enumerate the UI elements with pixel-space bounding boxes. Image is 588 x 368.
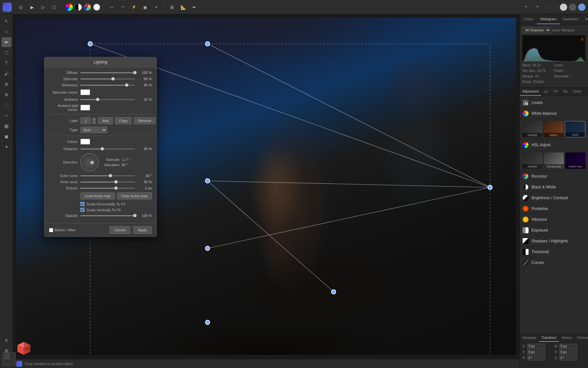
hsl-thumb-desat[interactable]: Desaturate [544, 152, 564, 169]
texture-slider[interactable] [80, 188, 135, 189]
specular-slider[interactable] [80, 79, 135, 79]
adj-tab-sty[interactable]: Sty [560, 88, 570, 96]
text-tool[interactable]: A [2, 335, 11, 345]
adj-item-shadows[interactable]: Shadows / Highlights [520, 236, 588, 247]
light-up-btn[interactable]: ▲ [92, 118, 96, 121]
move-tool[interactable]: ↖ [2, 16, 11, 26]
hsl-thumb-invhue[interactable]: Invert Hue [565, 152, 585, 169]
white-circle-btn[interactable] [93, 4, 100, 11]
type-tool[interactable]: T [2, 58, 11, 68]
stamp-tool[interactable]: ⊕ [2, 79, 11, 89]
before-after-checkbox[interactable] [49, 228, 53, 232]
wb-thumb-cool[interactable]: Cool [565, 121, 585, 137]
adj-item-brightness[interactable]: Brightness / Contrast [520, 193, 588, 203]
y-input[interactable] [527, 350, 545, 355]
add-light-btn[interactable]: Add [98, 117, 113, 124]
tab-colour[interactable]: Colour [520, 14, 537, 24]
scale-h-checkbox[interactable] [80, 202, 85, 206]
tab-brushes[interactable]: Brushes [582, 14, 588, 24]
load-bump-map-btn[interactable]: Load bump map [80, 192, 115, 200]
shape-tool[interactable]: ⬡ [2, 48, 11, 58]
circle-btn-white[interactable] [560, 4, 567, 11]
adj-item-threshold[interactable]: Threshold [520, 247, 588, 257]
light-number-input[interactable] [80, 117, 91, 124]
dropdown-btn[interactable]: ▾ [152, 3, 161, 12]
ruler-btn[interactable]: 📐 [179, 3, 188, 12]
magic-wand-btn[interactable]: ⚡ [129, 3, 139, 12]
tab-channels[interactable]: Channels [574, 334, 588, 342]
tab-history[interactable]: History [559, 334, 574, 342]
color-pick-tool[interactable]: ✦ [2, 142, 11, 152]
retouch-tool[interactable]: ◌ [2, 100, 11, 110]
cancel-btn[interactable]: Cancel [109, 226, 130, 234]
tab-navigator[interactable]: Navigator [520, 334, 539, 342]
play-btn[interactable]: ▷ [39, 3, 48, 12]
circle-btn-2[interactable] [569, 4, 576, 11]
bw-circle-btn[interactable] [75, 4, 82, 11]
share-btn[interactable]: ⬡ [50, 3, 59, 12]
rect-select-btn[interactable]: ▭ [107, 3, 116, 12]
tab-transform[interactable]: Transform [539, 334, 559, 342]
direction-control[interactable] [80, 153, 99, 171]
heal-tool[interactable]: ⊗ [2, 90, 11, 99]
circle-btn-3[interactable] [578, 4, 585, 11]
diffuse-slider[interactable] [80, 72, 135, 73]
select-tool[interactable]: ⊹ [2, 27, 11, 37]
apply-btn[interactable]: Apply [133, 226, 152, 234]
adj-tab-stock[interactable]: Stock [570, 88, 584, 96]
adj-item-curves[interactable]: Curves [520, 257, 588, 268]
color-circle-2-btn[interactable] [84, 4, 91, 11]
outer-cone-slider[interactable] [80, 175, 135, 176]
fill-tool[interactable]: ◼ [2, 131, 11, 141]
blur-tool[interactable]: ≈ [2, 111, 11, 120]
lasso-btn[interactable]: 〜 [118, 3, 127, 12]
adj-item-hsl[interactable]: HSL Adjust [520, 140, 588, 150]
type-select[interactable]: Spot Directional Point [80, 127, 107, 133]
tab-swatches[interactable]: Swatches [560, 14, 582, 24]
circle-select-btn[interactable]: ◉ [140, 3, 150, 12]
adj-item-bw[interactable]: Black & White [520, 182, 588, 193]
ambient-slider[interactable] [80, 99, 135, 100]
adj-item-posterise[interactable]: Posterise [520, 203, 588, 214]
tab-histogram[interactable]: Histogram [537, 14, 560, 24]
r-input[interactable] [527, 356, 545, 360]
s-input[interactable] [559, 356, 577, 360]
hsl-thumb-default[interactable]: Default [522, 152, 543, 169]
grid-btn[interactable]: ⊞ [168, 3, 177, 12]
adj-tab-adjustment[interactable]: Adjustment [520, 88, 541, 96]
adj-tab-fx[interactable]: FX [551, 88, 561, 96]
undo-btn[interactable]: ↶ [522, 3, 531, 12]
specular-colour-swatch[interactable] [80, 89, 90, 95]
adj-item-white-balance[interactable]: White Balance [520, 108, 588, 119]
new-file-btn[interactable]: ⊙ [16, 3, 25, 12]
arrange-btn[interactable]: ⋮⋮ [544, 3, 553, 12]
paint-tool[interactable]: 🖌 [2, 69, 11, 79]
adj-item-levels[interactable]: Levels [520, 97, 588, 108]
histogram-channel-select[interactable]: All Channels Red Green Blue [522, 27, 551, 33]
adj-item-vibrance[interactable]: Vibrance [520, 214, 588, 225]
color-wheel-btn[interactable] [66, 4, 73, 11]
dropper-btn[interactable]: ✒ [190, 3, 199, 12]
redo-btn[interactable]: ↷ [533, 3, 542, 12]
scale-v-checkbox[interactable] [80, 208, 85, 212]
x-input[interactable] [527, 344, 545, 349]
clear-bump-map-btn[interactable]: Clear bump map [117, 192, 152, 200]
opacity-slider[interactable] [80, 215, 135, 216]
adj-tab-lyr[interactable]: Lyr [541, 88, 551, 96]
wb-thumb-warm[interactable]: Warm [544, 121, 564, 137]
copy-light-btn[interactable]: Copy [115, 117, 132, 124]
h-input[interactable] [559, 350, 577, 355]
shininess-slider[interactable] [80, 85, 135, 86]
ambient-colour-swatch[interactable] [80, 105, 90, 111]
w-input[interactable] [559, 344, 577, 349]
remove-light-btn[interactable]: Remove [134, 117, 155, 124]
colour-swatch[interactable] [80, 139, 90, 145]
light-down-btn[interactable]: ▼ [92, 121, 96, 124]
distance-slider[interactable] [80, 149, 135, 149]
adj-item-exposure[interactable]: Exposure [520, 225, 588, 236]
open-btn[interactable]: ▶ [27, 3, 37, 12]
adj-item-recolour[interactable]: Recolour [520, 171, 588, 182]
pen-tool[interactable]: ✏ [2, 37, 11, 47]
gradient-tool[interactable]: ▦ [2, 121, 11, 131]
inner-cone-slider[interactable] [80, 182, 135, 183]
